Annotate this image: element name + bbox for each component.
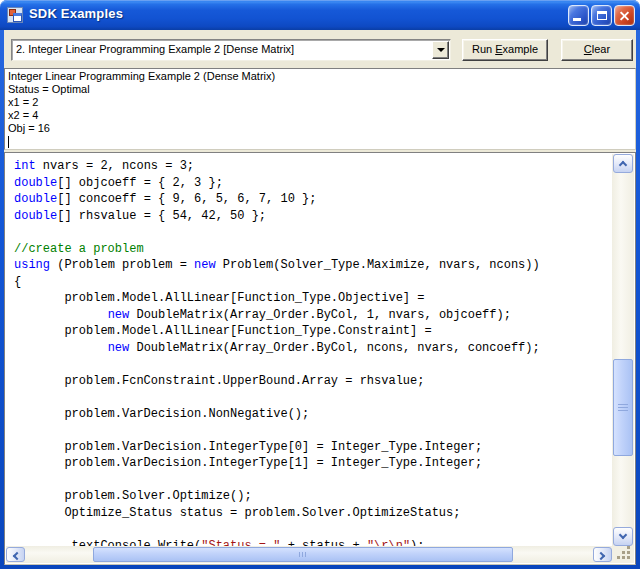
- window-controls: [568, 5, 635, 26]
- output-line: [8, 135, 635, 148]
- run-button-mnemonic: E: [495, 43, 502, 55]
- code-line: problem.VarDecision.NonNegative();: [14, 406, 612, 423]
- clear-button-label: lear: [592, 43, 610, 55]
- run-example-button[interactable]: Run Example: [462, 39, 548, 61]
- clear-button-mnemonic: C: [584, 43, 592, 55]
- code-line: new DoubleMatrix(Array_Order.ByCol, 1, n…: [14, 307, 612, 324]
- code-line: problem.Model.AllLinear[Function_Type.Co…: [14, 323, 612, 340]
- run-button-label: xample: [503, 43, 538, 55]
- chevron-right-icon: [597, 552, 605, 560]
- maximize-icon: [597, 11, 607, 20]
- code-line: double[] rhsvalue = { 54, 42, 50 };: [14, 208, 612, 225]
- code-panel[interactable]: int nvars = 2, ncons = 3;double[] objcoe…: [4, 152, 636, 565]
- client-area: 2. Integer Linear Programming Example 2 …: [4, 30, 636, 565]
- code-line: Optimize_Status status = problem.Solver.…: [14, 505, 612, 522]
- code-line: [14, 422, 612, 439]
- code-line: [14, 472, 612, 489]
- thumb-grip-icon: [618, 404, 628, 412]
- app-icon-window-shape: [13, 13, 22, 22]
- code-line: {: [14, 274, 612, 291]
- clear-button[interactable]: Clear: [561, 39, 633, 61]
- example-select[interactable]: 2. Integer Linear Programming Example 2 …: [11, 39, 451, 61]
- code-line: problem.Model.AllLinear[Function_Type.Ob…: [14, 290, 612, 307]
- code-line: problem.VarDecision.IntegerType[1] = Int…: [14, 455, 612, 472]
- scroll-down-button[interactable]: [613, 527, 633, 546]
- output-line: x1 = 2: [8, 96, 635, 109]
- title-bar[interactable]: SDK Examples: [0, 0, 640, 30]
- code-line: [14, 521, 612, 538]
- output-line: Status = Optimal: [8, 83, 635, 96]
- close-button[interactable]: [614, 5, 635, 26]
- maximize-button[interactable]: [591, 5, 612, 26]
- example-select-dropdown-button[interactable]: [432, 41, 449, 59]
- horizontal-scrollbar-thumb[interactable]: [93, 547, 513, 562]
- vertical-scrollbar[interactable]: [612, 154, 634, 546]
- example-select-value: 2. Integer Linear Programming Example 2 …: [16, 43, 428, 55]
- code-line: problem.Solver.Optimize();: [14, 488, 612, 505]
- code-line: [14, 389, 612, 406]
- code-line: using (Problem problem = new Problem(Sol…: [14, 257, 612, 274]
- output-line: Obj = 16: [8, 122, 635, 135]
- code-line: [14, 356, 612, 373]
- output-line: x2 = 4: [8, 109, 635, 122]
- scroll-right-button[interactable]: [593, 547, 612, 562]
- scroll-left-button[interactable]: [6, 547, 25, 562]
- chevron-down-icon: [619, 531, 627, 539]
- chevron-up-icon: [619, 161, 627, 169]
- output-console[interactable]: Integer Linear Programming Example 2 (De…: [4, 68, 636, 150]
- run-button-label: Run: [472, 43, 495, 55]
- code-line: _textConsole.Write("Status = " + status …: [14, 538, 612, 547]
- code-line: double[] objcoeff = { 2, 3 };: [14, 175, 612, 192]
- text-caret: [8, 136, 9, 148]
- thumb-grip-icon: [299, 552, 307, 557]
- minimize-button[interactable]: [568, 5, 589, 26]
- app-icon: [7, 7, 23, 23]
- chevron-down-icon: [437, 48, 445, 52]
- resize-grip-icon: [627, 556, 630, 559]
- code-line: problem.VarDecision.IntegerType[0] = Int…: [14, 439, 612, 456]
- code-line: double[] concoeff = { 9, 6, 5, 6, 7, 10 …: [14, 191, 612, 208]
- code-line: //create a problem: [14, 241, 612, 258]
- code-content[interactable]: int nvars = 2, ncons = 3;double[] objcoe…: [6, 154, 612, 546]
- resize-grip[interactable]: [612, 546, 634, 563]
- scroll-up-button[interactable]: [613, 154, 633, 173]
- minimize-icon: [573, 18, 581, 21]
- code-line: new DoubleMatrix(Array_Order.ByCol, ncon…: [14, 340, 612, 357]
- horizontal-scrollbar[interactable]: [6, 546, 612, 563]
- code-line: problem.FcnConstraint.UpperBound.Array =…: [14, 373, 612, 390]
- output-line: Integer Linear Programming Example 2 (De…: [8, 70, 635, 83]
- app-window: SDK Examples 2. Integer Linear Programmi…: [0, 0, 640, 569]
- code-line: [14, 224, 612, 241]
- vertical-scrollbar-thumb[interactable]: [613, 359, 633, 456]
- window-title: SDK Examples: [29, 6, 123, 21]
- code-line: int nvars = 2, ncons = 3;: [14, 158, 612, 175]
- chevron-left-icon: [13, 552, 21, 560]
